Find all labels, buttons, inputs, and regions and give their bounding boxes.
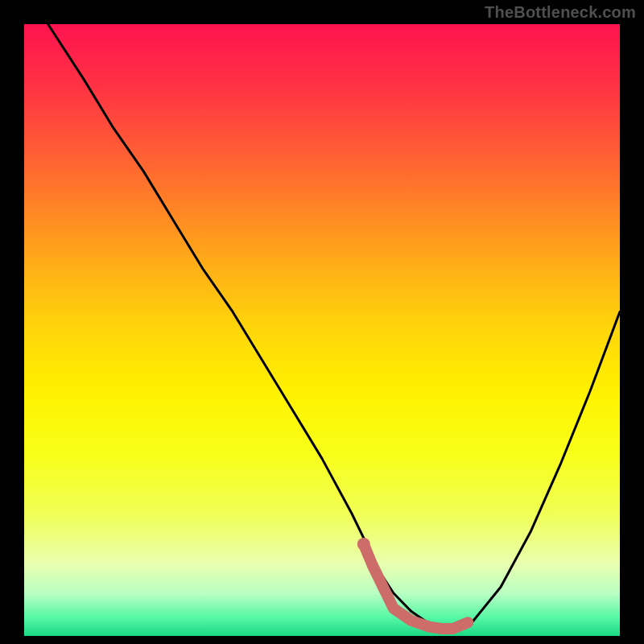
- bottleneck-chart: [0, 0, 644, 644]
- highlight-dot: [357, 538, 370, 551]
- chart-background: [24, 24, 620, 636]
- chart-stage: TheBottleneck.com: [0, 0, 644, 644]
